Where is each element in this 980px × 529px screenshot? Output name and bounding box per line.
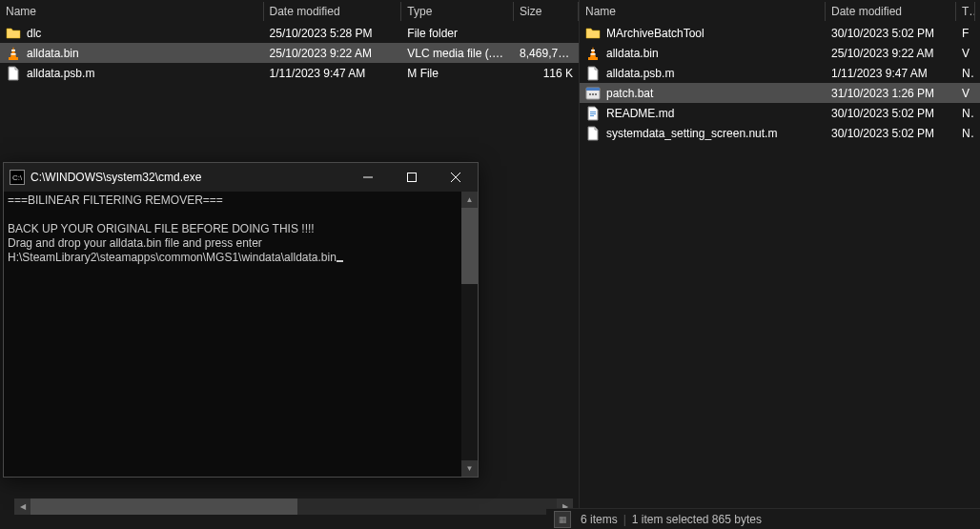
file-row[interactable]: systemdata_setting_screen.nut.m30/10/202… — [580, 123, 980, 143]
svg-point-8 — [589, 93, 591, 95]
svg-rect-0 — [9, 57, 18, 60]
file-row[interactable]: README.md30/10/2023 5:02 PMN — [580, 103, 980, 123]
file-name: patch.bat — [606, 87, 653, 100]
svg-rect-4 — [591, 50, 595, 51]
cell-name: dlc — [0, 24, 264, 43]
cell-date: 1/11/2023 9:47 AM — [826, 65, 956, 82]
horizontal-scrollbar[interactable]: ◀ ▶ — [14, 498, 573, 515]
cmd-window[interactable]: C:\ C:\WINDOWS\system32\cmd.exe ===BILIN… — [3, 162, 479, 478]
scroll-thumb[interactable] — [461, 208, 478, 284]
cell-date: 25/10/2023 9:22 AM — [264, 45, 402, 62]
svg-rect-3 — [588, 57, 598, 60]
cell-date: 30/10/2023 5:02 PM — [826, 105, 956, 122]
cell-type: V — [956, 45, 975, 62]
status-item-count: 6 items — [581, 513, 618, 526]
file-name: alldata.bin — [27, 47, 79, 60]
col-date[interactable]: Date modified — [826, 2, 956, 21]
bat-icon — [585, 86, 601, 101]
scroll-track[interactable] — [31, 498, 557, 515]
md-icon — [585, 106, 601, 121]
cell-name: alldata.bin — [0, 44, 264, 63]
cell-date: 31/10/2023 1:26 PM — [826, 85, 956, 102]
folder-icon — [6, 26, 21, 41]
svg-rect-12 — [590, 113, 596, 114]
svg-rect-1 — [11, 50, 15, 51]
cmd-titlebar[interactable]: C:\ C:\WINDOWS\system32\cmd.exe — [4, 163, 478, 192]
svg-rect-11 — [590, 112, 596, 112]
file-row[interactable]: alldata.bin25/10/2023 9:22 AMV — [580, 43, 980, 63]
svg-rect-13 — [590, 115, 594, 116]
right-file-list[interactable]: MArchiveBatchTool30/10/2023 5:02 PMFalld… — [580, 23, 980, 143]
folder-icon — [585, 26, 601, 41]
cell-name: README.md — [580, 104, 826, 123]
maximize-button[interactable] — [390, 163, 434, 192]
cell-type: File folder — [401, 25, 514, 42]
file-icon — [6, 66, 21, 81]
scroll-down-arrow[interactable]: ▼ — [461, 460, 478, 477]
col-name[interactable]: Name — [0, 2, 264, 21]
cell-name: patch.bat — [580, 84, 826, 103]
file-row[interactable]: alldata.bin25/10/2023 9:22 AMVLC media f… — [0, 43, 579, 63]
col-type[interactable]: T — [956, 2, 975, 21]
cmd-cursor — [337, 260, 343, 262]
file-row[interactable]: dlc25/10/2023 5:28 PMFile folder — [0, 23, 579, 43]
file-name: alldata.bin — [606, 47, 659, 60]
file-name: alldata.psb.m — [27, 67, 94, 80]
left-column-header: Name Date modified Type Size — [0, 0, 579, 23]
col-size[interactable]: Size — [514, 2, 579, 21]
cell-name: MArchiveBatchTool — [580, 24, 826, 43]
vlc-icon — [6, 46, 21, 61]
cell-type: N — [956, 125, 975, 142]
cmd-icon: C:\ — [10, 170, 25, 185]
cell-name: systemdata_setting_screen.nut.m — [580, 124, 826, 143]
cell-date: 25/10/2023 5:28 PM — [264, 25, 402, 42]
svg-rect-7 — [586, 88, 600, 91]
cmd-output[interactable]: ===BILINEAR FILTERING REMOVER=== BACK UP… — [4, 192, 478, 477]
file-name: dlc — [27, 27, 41, 40]
svg-point-9 — [592, 93, 594, 95]
file-row[interactable]: MArchiveBatchTool30/10/2023 5:02 PMF — [580, 23, 980, 43]
cell-date: 25/10/2023 9:22 AM — [826, 45, 956, 62]
file-name: systemdata_setting_screen.nut.m — [606, 127, 777, 140]
cmd-vertical-scrollbar[interactable]: ▲ ▼ — [461, 192, 478, 477]
cell-date: 30/10/2023 5:02 PM — [826, 125, 956, 142]
col-type[interactable]: Type — [401, 2, 514, 21]
cell-size: 116 K — [514, 65, 579, 82]
svg-rect-2 — [10, 53, 15, 55]
file-name: README.md — [606, 107, 674, 120]
cell-name: alldata.psb.m — [580, 64, 826, 83]
col-name[interactable]: Name — [580, 2, 826, 21]
cell-type: N — [956, 105, 975, 122]
cell-date: 1/11/2023 9:47 AM — [264, 65, 402, 82]
file-row[interactable]: patch.bat31/10/2023 1:26 PMV — [580, 83, 980, 103]
cell-size — [514, 31, 579, 35]
right-column-header: Name Date modified T — [580, 0, 980, 23]
col-date[interactable]: Date modified — [264, 2, 402, 21]
right-file-pane: Name Date modified T MArchiveBatchTool30… — [580, 0, 980, 529]
status-selection: 1 item selected 865 bytes — [632, 513, 762, 526]
file-name: alldata.psb.m — [606, 67, 674, 80]
file-icon — [585, 126, 601, 141]
cmd-title-text: C:\WINDOWS\system32\cmd.exe — [31, 171, 346, 184]
cell-type: VLC media file (.bi… — [401, 45, 514, 62]
file-name: MArchiveBatchTool — [606, 27, 704, 40]
cell-date: 30/10/2023 5:02 PM — [826, 25, 956, 42]
scroll-up-arrow[interactable]: ▲ — [461, 192, 478, 208]
file-row[interactable]: alldata.psb.m1/11/2023 9:47 AMN — [580, 63, 980, 83]
status-bar: ▦ 6 items | 1 item selected 865 bytes — [546, 508, 980, 529]
cell-type: N — [956, 65, 975, 82]
cell-type: V — [956, 85, 975, 102]
file-icon — [585, 66, 601, 81]
left-file-list[interactable]: dlc25/10/2023 5:28 PMFile folderalldata.… — [0, 23, 579, 83]
svg-rect-15 — [408, 173, 417, 182]
close-button[interactable] — [434, 163, 478, 192]
cell-type: F — [956, 25, 975, 42]
scroll-left-arrow[interactable]: ◀ — [14, 498, 31, 515]
file-row[interactable]: alldata.psb.m1/11/2023 9:47 AMM File116 … — [0, 63, 579, 83]
scroll-thumb[interactable] — [31, 498, 297, 515]
cell-name: alldata.psb.m — [0, 64, 264, 83]
details-view-icon[interactable]: ▦ — [554, 511, 571, 528]
svg-rect-5 — [590, 53, 595, 55]
status-separator: | — [623, 513, 626, 526]
minimize-button[interactable] — [346, 163, 390, 192]
